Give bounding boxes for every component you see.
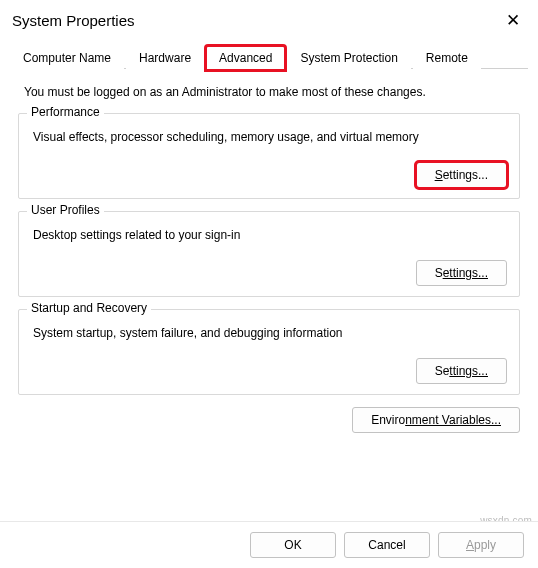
tab-strip: Computer Name Hardware Advanced System P… [0,45,538,69]
tab-system-protection[interactable]: System Protection [287,46,410,69]
group-user-profiles: User Profiles Desktop settings related t… [18,211,520,297]
group-startup-recovery-legend: Startup and Recovery [27,301,151,315]
tab-hardware[interactable]: Hardware [126,46,204,69]
performance-settings-button[interactable]: Settings... [416,162,507,188]
group-performance-legend: Performance [27,105,104,119]
tab-computer-name[interactable]: Computer Name [10,46,124,69]
cancel-button[interactable]: Cancel [344,532,430,558]
window-title: System Properties [12,12,135,29]
user-profiles-settings-button[interactable]: Settings... [416,260,507,286]
tab-advanced[interactable]: Advanced [206,46,285,70]
admin-notice: You must be logged on as an Administrato… [24,85,520,99]
group-performance: Performance Visual effects, processor sc… [18,113,520,199]
environment-variables-button[interactable]: Environment Variables... [352,407,520,433]
group-startup-recovery-desc: System startup, system failure, and debu… [33,326,507,340]
dialog-footer: OK Cancel Apply [0,521,538,568]
group-startup-recovery: Startup and Recovery System startup, sys… [18,309,520,395]
close-icon[interactable]: ✕ [500,8,526,33]
startup-recovery-settings-button[interactable]: Settings... [416,358,507,384]
ok-button[interactable]: OK [250,532,336,558]
group-user-profiles-legend: User Profiles [27,203,104,217]
tab-content: You must be logged on as an Administrato… [0,69,538,439]
apply-button[interactable]: Apply [438,532,524,558]
tab-remote[interactable]: Remote [413,46,481,69]
group-performance-desc: Visual effects, processor scheduling, me… [33,130,507,144]
group-user-profiles-desc: Desktop settings related to your sign-in [33,228,507,242]
